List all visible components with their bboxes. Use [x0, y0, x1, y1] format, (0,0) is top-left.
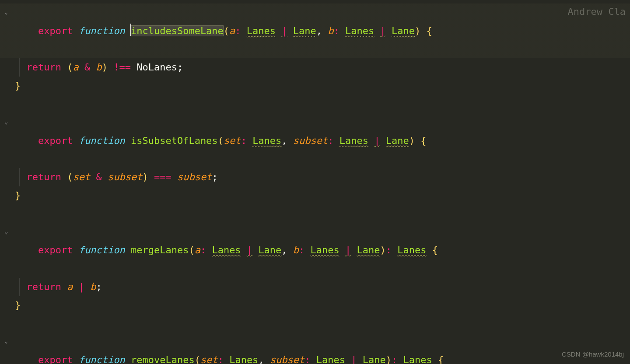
fold-icon[interactable]: ⌄ — [4, 335, 10, 341]
code-line[interactable] — [0, 205, 630, 223]
param: b — [328, 25, 333, 36]
function-name: isSubsetOfLanes — [131, 135, 218, 146]
code-line[interactable]: } — [0, 296, 630, 315]
code-editor[interactable]: Andrew Cla ⌄export function includesSome… — [0, 0, 630, 364]
code-line[interactable]: return a | b; — [0, 278, 630, 296]
function-name: removeLanes — [131, 354, 195, 364]
type-ref: Lanes — [345, 25, 374, 36]
code-line[interactable]: ⌄export function includesSomeLane(a: Lan… — [0, 4, 630, 58]
function-name: includesSomeLane — [131, 25, 224, 36]
fold-icon[interactable]: ⌄ — [4, 226, 10, 232]
type-ref: Lane — [392, 25, 415, 36]
code-line[interactable]: } — [0, 77, 630, 95]
code-line[interactable]: ⌄export function mergeLanes(a: Lanes | L… — [0, 223, 630, 278]
identifier: NoLanes — [136, 62, 177, 73]
fold-icon[interactable]: ⌄ — [4, 6, 10, 12]
keyword-return: return — [27, 62, 61, 73]
code-line[interactable] — [0, 315, 630, 333]
code-line[interactable]: return (set & subset) === subset; — [0, 168, 630, 186]
code-line[interactable]: return (a & b) !== NoLanes; — [0, 58, 630, 77]
keyword-function: function — [79, 25, 125, 36]
param: a — [229, 25, 235, 36]
keyword-export: export — [38, 25, 73, 36]
code-line[interactable]: ⌄export function isSubsetOfLanes(set: La… — [0, 113, 630, 168]
type-ref: Lanes — [247, 25, 276, 36]
indent-guide — [19, 58, 20, 77]
code-line[interactable] — [0, 95, 630, 113]
fold-icon[interactable]: ⌄ — [4, 116, 10, 122]
type-ref: Lane — [293, 25, 316, 36]
watermark: CSDN @hawk2014bj — [562, 348, 624, 361]
function-name: mergeLanes — [131, 245, 189, 256]
code-line[interactable]: } — [0, 186, 630, 205]
code-line[interactable]: ⌄export function removeLanes(set: Lanes,… — [0, 332, 630, 364]
